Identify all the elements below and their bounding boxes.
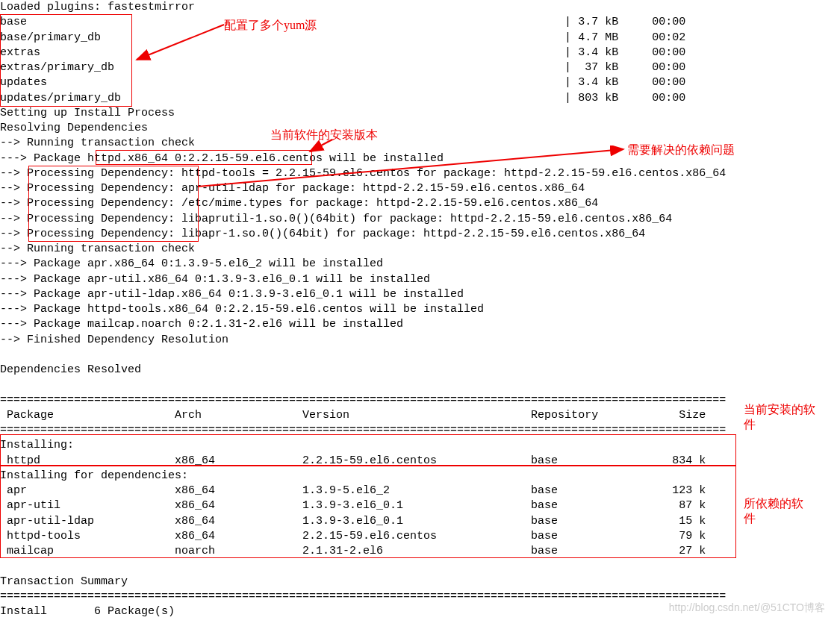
terminal-line: --> Processing Dependency: apr-util-ldap… — [0, 182, 585, 195]
terminal-line: Package Arch Version Repository Size — [0, 409, 706, 422]
terminal-line: mailcap noarch 2.1.31-2.el6 base 27 k — [0, 545, 706, 557]
terminal-line: ---> Package httpd-tools.x86_64 0:2.2.15… — [0, 303, 484, 316]
terminal-line: updates/primary_db | 803 kB 00:00 — [0, 92, 685, 104]
terminal-line: base/primary_db | 4.7 MB 00:02 — [0, 31, 685, 44]
terminal-line: ---> Package apr-util.x86_64 0:1.3.9-3.e… — [0, 273, 430, 286]
terminal-line: --> Processing Dependency: httpd-tools =… — [0, 167, 726, 180]
terminal-line: ---> Package apr-util-ldap.x86_64 0:1.3.… — [0, 288, 464, 301]
terminal-line: updates | 3.4 kB 00:00 — [0, 76, 685, 89]
terminal-line: Install 6 Package(s) — [0, 605, 175, 618]
terminal-line: Loaded plugins: fastestmirror — [0, 1, 195, 13]
watermark: http://blog.csdn.net/@51CTO博客 — [669, 601, 825, 615]
terminal-line: --> Running transaction check — [0, 243, 195, 255]
terminal-line: Dependencies Resolved — [0, 363, 141, 376]
terminal-line: --> Processing Dependency: /etc/mime.typ… — [0, 197, 598, 210]
terminal-line: extras/primary_db | 37 kB 00:00 — [0, 61, 685, 74]
terminal-line: apr x86_64 1.3.9-5.el6_2 base 123 k — [0, 484, 706, 497]
terminal-line: ========================================… — [0, 394, 726, 407]
terminal-line: httpd-tools x86_64 2.2.15-59.el6.centos … — [0, 530, 706, 542]
terminal-line: httpd x86_64 2.2.15-59.el6.centos base 8… — [0, 454, 706, 467]
terminal-line: Installing: — [0, 439, 74, 451]
terminal-line: --> Processing Dependency: libapr-1.so.0… — [0, 228, 645, 240]
terminal-line: ---> Package mailcap.noarch 0:2.1.31-2.e… — [0, 318, 403, 331]
terminal-line: Setting up Install Process — [0, 107, 175, 119]
terminal-line: Installing for dependencies: — [0, 469, 188, 482]
terminal-line: apr-util-ldap x86_64 1.3.9-3.el6_0.1 bas… — [0, 515, 706, 528]
terminal-line: apr-util x86_64 1.3.9-3.el6_0.1 base 87 … — [0, 499, 706, 512]
terminal-line: --> Running transaction check — [0, 137, 195, 149]
terminal-line: ---> Package httpd.x86_64 0:2.2.15-59.el… — [0, 152, 444, 165]
terminal-line: ========================================… — [0, 424, 726, 437]
terminal-line: base | 3.7 kB 00:00 — [0, 16, 685, 28]
terminal-line: extras | 3.4 kB 00:00 — [0, 46, 685, 59]
terminal-line: Transaction Summary — [0, 575, 128, 588]
terminal-line: ---> Package apr.x86_64 0:1.3.9-5.el6_2 … — [0, 257, 383, 270]
terminal-line: ========================================… — [0, 590, 726, 603]
terminal-line: --> Finished Dependency Resolution — [0, 334, 228, 346]
terminal-line: Resolving Dependencies — [0, 122, 148, 134]
terminal-line: --> Processing Dependency: libaprutil-1.… — [0, 213, 672, 225]
terminal-output: Loaded plugins: fastestmirror base | 3.7… — [0, 0, 840, 619]
